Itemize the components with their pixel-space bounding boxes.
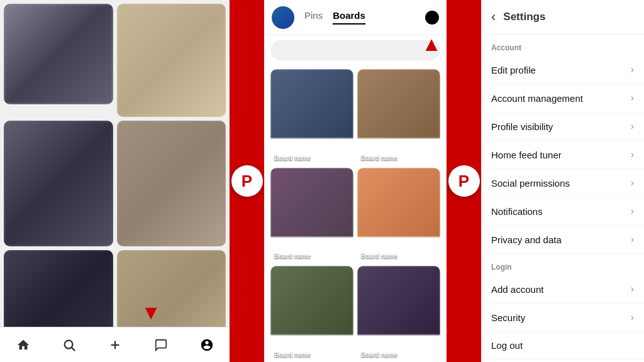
- board-label: Board name: [274, 155, 311, 162]
- section-label-login: Login: [481, 254, 644, 275]
- down-arrow-indicator: ▼: [141, 301, 161, 324]
- feed-item[interactable]: [4, 250, 113, 327]
- settings-title: Settings: [503, 11, 545, 23]
- chevron-right-icon: ›: [631, 92, 634, 104]
- feed-item[interactable]: [4, 121, 113, 246]
- chevron-right-icon: ›: [631, 234, 634, 245]
- board-item[interactable]: Board name: [357, 168, 440, 263]
- chevron-right-icon: ›: [631, 177, 634, 189]
- settings-item-log-out[interactable]: Log out: [481, 332, 644, 359]
- board-item[interactable]: Board name: [270, 266, 353, 361]
- board-label: Board name: [274, 351, 311, 358]
- up-arrow-indicator-middle: ▲: [421, 33, 441, 56]
- chevron-right-icon: ›: [631, 149, 634, 160]
- settings-item-privacy-data[interactable]: Privacy and data ›: [481, 226, 644, 254]
- add-nav-icon[interactable]: [106, 336, 124, 354]
- board-item[interactable]: Board name: [270, 168, 353, 263]
- settings-item-add-account[interactable]: Add account ›: [481, 275, 644, 304]
- right-red-bar: P: [447, 0, 481, 362]
- board-label: Board name: [361, 253, 397, 260]
- board-label: Board name: [361, 155, 397, 162]
- feed-item[interactable]: [117, 4, 226, 117]
- search-bar[interactable]: [270, 40, 440, 60]
- tab-pins[interactable]: Pins: [304, 10, 323, 25]
- board-label: Board name: [274, 253, 311, 260]
- search-nav-icon[interactable]: [60, 336, 78, 354]
- chevron-right-icon: ›: [631, 121, 634, 132]
- feed-item[interactable]: [4, 4, 113, 104]
- settings-content: Account Edit profile › Account managemen…: [481, 35, 644, 362]
- chevron-right-icon: ›: [631, 312, 634, 323]
- avatar[interactable]: [272, 6, 294, 29]
- settings-item-text: Notifications: [491, 206, 543, 217]
- settings-item-text: Social permissions: [491, 178, 570, 189]
- settings-item-security[interactable]: Security ›: [481, 304, 644, 332]
- board-item[interactable]: Board name: [357, 69, 440, 164]
- settings-item-home-feed-tuner[interactable]: Home feed tuner ›: [481, 141, 644, 169]
- settings-item-text: Edit profile: [491, 65, 536, 75]
- settings-item-text: Privacy and data: [491, 234, 562, 245]
- board-item[interactable]: Board name: [357, 266, 440, 361]
- home-nav-icon[interactable]: [14, 336, 32, 354]
- section-label-account: Account: [481, 35, 644, 56]
- settings-item-text: Security: [491, 312, 525, 323]
- messages-nav-icon[interactable]: [152, 336, 170, 354]
- settings-item-profile-visibility[interactable]: Profile visibility ›: [481, 112, 644, 141]
- settings-item-notifications[interactable]: Notifications ›: [481, 197, 644, 226]
- settings-item-edit-profile[interactable]: Edit profile ›: [481, 56, 644, 84]
- tabs-container: Pins Boards: [304, 10, 365, 25]
- tab-boards[interactable]: Boards: [333, 10, 365, 25]
- chevron-right-icon: ›: [631, 206, 634, 217]
- pinterest-logo-right: P: [448, 165, 480, 197]
- chevron-right-icon: ›: [631, 64, 634, 75]
- svg-point-0: [64, 340, 72, 348]
- chevron-right-icon: ›: [631, 283, 634, 295]
- settings-panel: ‹ Settings Account Edit profile › Accoun…: [481, 0, 644, 362]
- svg-line-1: [72, 348, 75, 351]
- left-feed-panel: ▼: [0, 0, 230, 362]
- settings-item-text: Account management: [491, 93, 583, 104]
- middle-header: Pins Boards: [264, 0, 447, 35]
- settings-item-text: Home feed tuner: [491, 150, 562, 160]
- feed-item[interactable]: [117, 121, 226, 246]
- profile-nav-icon[interactable]: [198, 336, 216, 354]
- section-label-support: Support: [481, 359, 644, 362]
- back-button[interactable]: ‹: [491, 9, 496, 25]
- feed-item[interactable]: [117, 250, 226, 327]
- settings-header: ‹ Settings: [481, 0, 644, 35]
- header-circle-icon[interactable]: [425, 11, 439, 25]
- settings-item-social-permissions[interactable]: Social permissions ›: [481, 169, 644, 197]
- bottom-navigation: [0, 327, 230, 362]
- board-item[interactable]: Board name: [270, 69, 353, 164]
- settings-item-text: Add account: [491, 284, 543, 295]
- settings-item-text: Profile visibility: [491, 121, 553, 132]
- middle-panel-boards: Pins Boards ▲ Board name Board name Boar…: [264, 0, 447, 362]
- settings-item-text: Log out: [491, 340, 523, 351]
- feed-grid: [0, 0, 230, 327]
- board-label: Board name: [361, 351, 397, 358]
- pinterest-logo-left: P: [231, 165, 263, 197]
- settings-item-account-management[interactable]: Account management ›: [481, 84, 644, 112]
- left-red-bar: P: [230, 0, 264, 362]
- boards-grid: Board name Board name Board name Board n…: [264, 65, 447, 362]
